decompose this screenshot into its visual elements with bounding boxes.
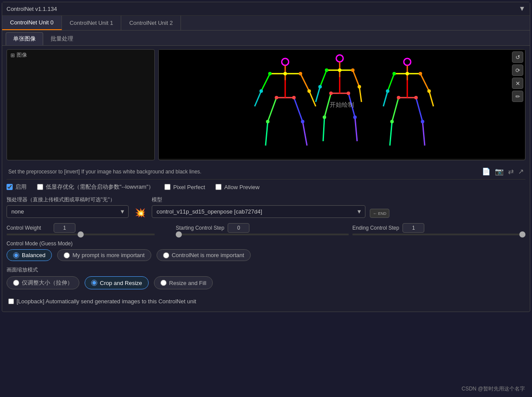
svg-point-43: [323, 115, 326, 119]
radio-balanced-input[interactable]: [13, 252, 19, 258]
info-text: Set the preprocessor to [invert] If your…: [8, 169, 482, 175]
controlnet-panel: ControlNet v1.1.134 ▼ ControlNet Unit 0 …: [2, 2, 530, 312]
image-label-row: ⊞ 图像: [7, 50, 154, 61]
start-label: Starting Control Step: [176, 225, 224, 231]
end-button[interactable]: ← END: [370, 209, 389, 218]
sub-tabs: 单张图像 批量处理: [2, 31, 530, 46]
fire-icon[interactable]: 💥: [135, 207, 146, 218]
image-section: ⊞ 图像: [7, 49, 525, 160]
camera-button[interactable]: ⟳: [512, 64, 523, 76]
preprocessor-group: 预处理器（直接上传模式图或草稿时可选"无"） none ▼: [7, 196, 129, 218]
start-step-group: Starting Control Step: [176, 223, 349, 235]
footer-credit: CSDN @暂时先用这个名字: [461, 385, 525, 393]
image-icon: ⊞: [10, 52, 15, 58]
end-label: Ending Control Step: [352, 225, 399, 231]
title-bar: ControlNet v1.1.134 ▼: [2, 2, 530, 16]
svg-point-37: [325, 68, 328, 72]
radio-crop-resize[interactable]: Crop and Resize: [85, 276, 149, 289]
svg-point-59: [392, 72, 396, 75]
svg-point-22: [301, 120, 304, 123]
enable-input[interactable]: [7, 184, 13, 190]
svg-point-38: [351, 68, 355, 72]
end-slider[interactable]: [352, 234, 525, 235]
enable-label: 启用: [15, 183, 27, 191]
checkboxes-row: 启用 低显存优化（需配合启动参数"--lowvram"） Pixel Perfe…: [7, 183, 525, 191]
loopback-row: [Loopback] Automatically send generated …: [7, 295, 525, 308]
send-icon[interactable]: ↗: [518, 167, 524, 176]
svg-point-36: [338, 68, 341, 72]
weight-slider[interactable]: [7, 234, 155, 235]
radio-balanced-label: Balanced: [22, 252, 45, 258]
radio-controlnet-input[interactable]: [163, 252, 169, 258]
dropdowns-row: 预处理器（直接上传模式图或草稿时可选"无"） none ▼ 💥 模型 contr…: [7, 196, 525, 218]
pixel-perfect-label: Pixel Perfect: [173, 184, 205, 190]
tab-unit-1[interactable]: ControlNet Unit 1: [62, 16, 122, 30]
radio-resize-fill[interactable]: Resize and Fill: [154, 276, 213, 289]
close-button[interactable]: ✕: [512, 78, 523, 89]
radio-prompt-input[interactable]: [64, 252, 70, 258]
control-mode-label: Control Mode (Guess Mode): [7, 241, 525, 247]
document-icon[interactable]: 📄: [482, 167, 491, 176]
svg-point-40: [358, 85, 361, 88]
model-select[interactable]: control_v11p_sd15_openpose [cab727d4]: [152, 205, 365, 218]
svg-point-62: [427, 89, 431, 93]
svg-point-66: [421, 120, 424, 123]
model-group: 模型 control_v11p_sd15_openpose [cab727d4]…: [152, 196, 365, 218]
weight-label: Control Weight: [7, 225, 50, 231]
radio-resize-fill-input[interactable]: [160, 280, 167, 286]
radio-crop-resize-input[interactable]: [91, 280, 97, 286]
tab-single-image[interactable]: 单张图像: [6, 32, 43, 45]
svg-point-65: [390, 120, 394, 123]
edit-button[interactable]: ✏: [512, 91, 523, 102]
image-placeholder: [7, 61, 154, 160]
end-step-group: Ending Control Step: [352, 223, 525, 235]
preprocessor-select[interactable]: none: [7, 205, 129, 218]
radio-controlnet-label: ControlNet is more important: [172, 252, 244, 258]
svg-point-61: [386, 89, 389, 93]
chevron-down-icon[interactable]: ▼: [518, 5, 525, 13]
radio-stretch-input[interactable]: [13, 280, 19, 286]
model-select-wrapper: control_v11p_sd15_openpose [cab727d4] ▼: [152, 205, 365, 218]
svg-point-16: [299, 72, 302, 75]
image-toolbar: ↺ ⟳ ✕ ✏: [512, 51, 523, 102]
svg-point-18: [307, 89, 311, 93]
pose-preview-area: 开始绘制 ↺ ⟳ ✕ ✏: [158, 49, 525, 160]
control-mode-section: Control Mode (Guess Mode) Balanced My pr…: [7, 241, 525, 261]
resize-radio-group: 仅调整大小（拉伸） Crop and Resize Resize and Fil…: [7, 276, 525, 289]
lowvram-label: 低显存优化（需配合启动参数"--lowvram"）: [46, 183, 154, 191]
lowvram-input[interactable]: [37, 184, 43, 190]
loopback-checkbox[interactable]: [8, 299, 14, 304]
content-area: ⊞ 图像: [2, 46, 530, 312]
radio-balanced[interactable]: Balanced: [7, 249, 52, 261]
svg-point-15: [268, 72, 272, 75]
end-text: END: [378, 211, 386, 216]
svg-rect-0: [228, 50, 455, 159]
svg-point-64: [414, 96, 418, 99]
lowvram-checkbox[interactable]: 低显存优化（需配合启动参数"--lowvram"）: [37, 183, 154, 191]
tab-batch[interactable]: 批量处理: [43, 32, 81, 45]
tab-unit-0[interactable]: ControlNet Unit 0: [2, 16, 62, 30]
panel-title: ControlNet v1.1.134: [7, 6, 57, 12]
start-slider[interactable]: [176, 234, 349, 235]
radio-prompt[interactable]: My prompt is more important: [57, 249, 151, 261]
swap-icon[interactable]: ⇄: [508, 167, 514, 176]
pixel-perfect-input[interactable]: [164, 184, 171, 190]
radio-prompt-label: My prompt is more important: [72, 252, 144, 258]
image-upload-area[interactable]: ⊞ 图像: [7, 49, 155, 160]
refresh-button[interactable]: ↺: [512, 51, 523, 63]
enable-checkbox[interactable]: 启用: [7, 183, 27, 191]
allow-preview-input[interactable]: [215, 184, 222, 190]
radio-crop-resize-label: Crop and Resize: [100, 280, 142, 286]
end-label: ←: [373, 211, 377, 216]
radio-controlnet[interactable]: ControlNet is more important: [157, 249, 251, 261]
snapshot-icon[interactable]: 📷: [495, 167, 504, 176]
svg-point-63: [397, 96, 400, 99]
resize-mode-label: 画面缩放模式: [7, 266, 525, 274]
tab-unit-2[interactable]: ControlNet Unit 2: [121, 16, 181, 30]
info-bar-icons: 📄 📷 ⇄ ↗: [482, 167, 524, 176]
radio-resize-fill-label: Resize and Fill: [169, 280, 206, 286]
pixel-perfect-checkbox[interactable]: Pixel Perfect: [164, 184, 205, 190]
radio-stretch[interactable]: 仅调整大小（拉伸）: [7, 276, 79, 289]
allow-preview-checkbox[interactable]: Allow Preview: [215, 184, 259, 190]
svg-point-60: [419, 72, 422, 75]
